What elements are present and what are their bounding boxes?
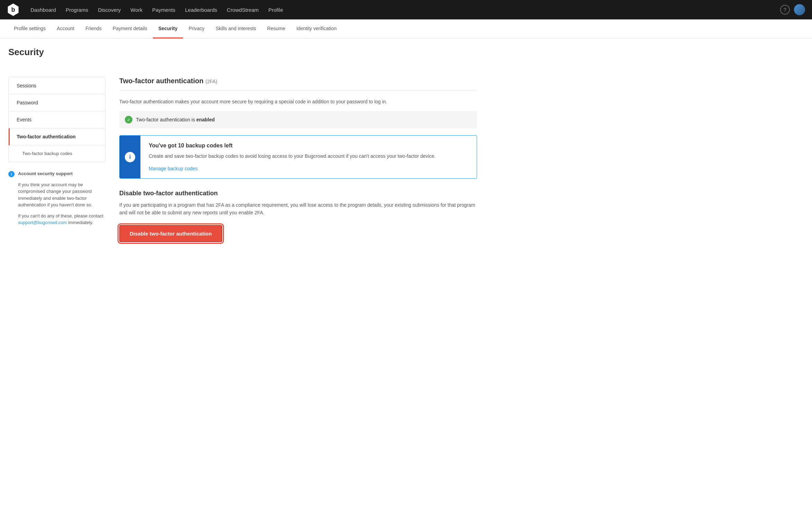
sidebar-tfa[interactable]: Two-factor authentication: [9, 128, 105, 145]
backup-codes-desc: Create and save two-factor backup codes …: [149, 152, 468, 160]
backup-codes-title: You've got 10 backup codes left: [149, 143, 468, 149]
backup-codes-info-box: i You've got 10 backup codes left Create…: [119, 135, 477, 178]
tfa-description: Two-factor authentication makes your acc…: [119, 98, 477, 105]
tfa-section-title: Two-factor authentication (2FA): [119, 77, 477, 91]
sidebar-events[interactable]: Events: [9, 111, 105, 128]
support-email-link[interactable]: support@bugcrowd.com: [18, 220, 67, 225]
sub-nav: Profile settings Account Friends Payment…: [0, 19, 812, 38]
nav-crowdstream[interactable]: CrowdStream: [223, 4, 263, 16]
nav-links: Dashboard Programs Discovery Work Paymen…: [26, 4, 780, 16]
status-text: Two-factor authentication is enabled: [136, 117, 215, 122]
info-icon-large: i: [125, 152, 135, 162]
support-para1: If you think your account may be comprom…: [18, 181, 105, 208]
subnav-profile-settings[interactable]: Profile settings: [8, 19, 51, 38]
support-title: Account security support: [18, 171, 72, 176]
disable-section: Disable two-factor authentication If you…: [119, 190, 477, 242]
page-title: Security: [0, 38, 812, 58]
tfa-subtitle: (2FA): [206, 79, 217, 84]
sidebar-password[interactable]: Password: [9, 94, 105, 111]
help-icon[interactable]: ?: [780, 5, 790, 15]
nav-payments[interactable]: Payments: [148, 4, 180, 16]
avatar[interactable]: [794, 4, 805, 15]
top-nav: b Dashboard Programs Discovery Work Paym…: [0, 0, 812, 19]
sidebar-sessions[interactable]: Sessions: [9, 77, 105, 94]
main-content: Sessions Password Events Two-factor auth…: [0, 66, 485, 253]
disable-title: Disable two-factor authentication: [119, 190, 477, 197]
subnav-privacy[interactable]: Privacy: [183, 19, 210, 38]
nav-discovery[interactable]: Discovery: [94, 4, 125, 16]
tfa-status-bar: ✓ Two-factor authentication is enabled: [119, 111, 477, 128]
manage-backup-codes-link[interactable]: Manage backup codes: [149, 166, 198, 171]
nav-programs[interactable]: Programs: [61, 4, 92, 16]
logo-letter: b: [11, 6, 15, 14]
security-support: i Account security support If you think …: [8, 170, 105, 230]
nav-profile[interactable]: Profile: [264, 4, 287, 16]
content-area: Two-factor authentication (2FA) Two-fact…: [119, 77, 477, 242]
subnav-identity[interactable]: Identity verification: [291, 19, 342, 38]
subnav-payment-details[interactable]: Payment details: [107, 19, 153, 38]
sidebar: Sessions Password Events Two-factor auth…: [8, 77, 105, 242]
nav-dashboard[interactable]: Dashboard: [26, 4, 60, 16]
info-box-content: You've got 10 backup codes left Create a…: [140, 136, 477, 178]
disable-tfa-button[interactable]: Disable two-factor authentication: [119, 225, 222, 242]
sidebar-backup-codes[interactable]: Two-factor backup codes: [9, 145, 105, 162]
info-box-sidebar: i: [120, 136, 140, 178]
subnav-resume[interactable]: Resume: [262, 19, 291, 38]
subnav-skills[interactable]: Skills and interests: [210, 19, 262, 38]
support-para2: If you can't do any of these, please con…: [18, 213, 105, 226]
support-text: Account security support If you think yo…: [18, 170, 105, 230]
subnav-friends[interactable]: Friends: [80, 19, 107, 38]
nav-leaderboards[interactable]: Leaderboards: [181, 4, 222, 16]
subnav-security[interactable]: Security: [153, 19, 183, 38]
nav-right: ?: [780, 4, 805, 15]
nav-work[interactable]: Work: [126, 4, 147, 16]
logo[interactable]: b: [7, 3, 19, 16]
check-icon: ✓: [125, 116, 132, 123]
sidebar-menu: Sessions Password Events Two-factor auth…: [8, 77, 105, 162]
support-info-icon: i: [8, 171, 15, 177]
subnav-account[interactable]: Account: [51, 19, 80, 38]
disable-desc: If you are participating in a program th…: [119, 201, 477, 217]
